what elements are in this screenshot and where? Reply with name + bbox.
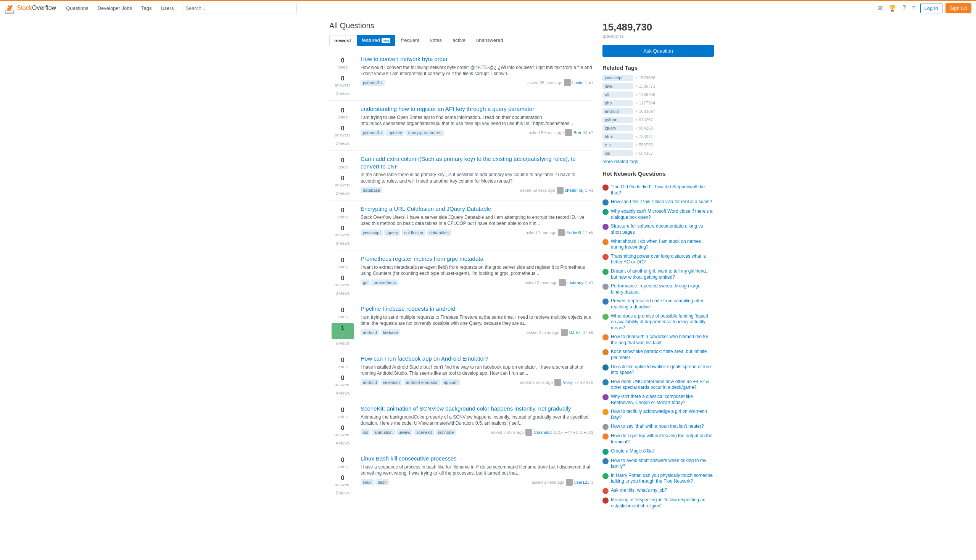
menu-icon[interactable]: ≡ — [910, 3, 917, 13]
nav-users[interactable]: Users — [157, 3, 177, 13]
vote-count: 0 — [338, 307, 348, 314]
hot-question-link[interactable]: Do satellite uplink/downlink signals spr… — [611, 364, 714, 376]
hot-question-link[interactable]: How does UNO determine how often do +4,+… — [611, 379, 714, 391]
user-name[interactable]: Eddie B — [566, 230, 581, 235]
hot-question-link[interactable]: How to say 'that' with a noun that isn't… — [611, 423, 704, 430]
nav-questions[interactable]: Questions — [62, 3, 92, 13]
inbox-icon[interactable]: ✉ — [876, 3, 884, 13]
tab-active[interactable]: active — [448, 35, 470, 46]
tag-android[interactable]: android — [361, 329, 379, 335]
user-name[interactable]: Laske — [572, 80, 583, 85]
nav-jobs[interactable]: Developer Jobs — [94, 3, 136, 13]
tag-scenekit[interactable]: scenekit — [414, 429, 434, 435]
related-tag-javascript[interactable]: javascript — [602, 75, 633, 81]
related-tag-c#[interactable]: c# — [602, 92, 633, 98]
tag-coldfusion[interactable]: coldfusion — [402, 230, 425, 236]
tab-frequent[interactable]: frequent — [396, 35, 424, 46]
hot-question-link[interactable]: Why exactly can't Microsoft Word close i… — [611, 208, 714, 220]
tag-linux[interactable]: linux — [361, 479, 374, 485]
search-input[interactable] — [182, 3, 296, 13]
user-name[interactable]: user123 — [574, 480, 590, 485]
question-title[interactable]: SceneKit: animation of SCNView backgroun… — [361, 405, 593, 412]
user-name[interactable]: Crashabit — [534, 430, 552, 435]
nav-tags[interactable]: Tags — [137, 3, 155, 13]
hot-question-link[interactable]: How to tactfully acknowledge a girl on W… — [611, 409, 714, 420]
hot-question-link[interactable]: How to avoid short answers when talking … — [611, 458, 714, 470]
question-meta: asked 3 mins ago user123 1 — [531, 479, 593, 486]
tag-jquery[interactable]: jquery — [384, 230, 400, 236]
question-title[interactable]: Pipeline Firebase requests in android — [361, 305, 593, 313]
hot-question-link[interactable]: Structure for software documentation: lo… — [611, 223, 714, 235]
question-title[interactable]: Prometheus register metrics from grpc me… — [361, 255, 593, 263]
related-tag-java[interactable]: java — [602, 83, 633, 89]
tag-ios[interactable]: ios — [361, 429, 371, 435]
tag-datatables[interactable]: datatables — [427, 230, 451, 236]
hot-question-link[interactable]: Koch snowflake paradox: finite area, but… — [611, 349, 714, 361]
hot-question-link[interactable]: 'The Old Gods died' - how did Steppenwol… — [611, 184, 714, 196]
user-name[interactable]: DJ-ST — [569, 330, 581, 335]
tab-votes[interactable]: votes — [425, 35, 447, 46]
achievements-icon[interactable]: 🏆 — [887, 3, 898, 13]
tag-uiview[interactable]: uiview — [396, 429, 413, 435]
more-tags-link[interactable]: more related tags — [602, 159, 638, 164]
user-name[interactable]: Bob — [573, 130, 581, 135]
related-tag-html[interactable]: html — [602, 133, 633, 140]
hot-question-link[interactable]: Why isn't there a classical composer lik… — [611, 394, 714, 406]
site-logo[interactable]: StackOverflow — [5, 2, 56, 14]
tab-unanswered[interactable]: unanswered — [471, 35, 508, 46]
tab-featured[interactable]: featured new — [357, 35, 395, 46]
hot-question-link[interactable]: How do I quit top without leaving the ou… — [611, 433, 714, 445]
question-title[interactable]: Can i add extra column(Such as primary k… — [361, 155, 593, 170]
signup-button[interactable]: Sign Up — [946, 3, 971, 13]
tag-animation[interactable]: animation — [372, 429, 395, 435]
related-tag-jquery[interactable]: jquery — [602, 125, 633, 131]
tag-database[interactable]: database — [361, 187, 382, 193]
related-tag-ios[interactable]: ios — [602, 150, 633, 156]
hot-question-item: Do satellite uplink/downlink signals spr… — [602, 364, 714, 376]
question-title[interactable]: Encrypting a URL Coldfusion and JQuery D… — [361, 205, 593, 213]
related-tag-python[interactable]: python — [602, 117, 633, 123]
tag-scnnode[interactable]: scnnode — [436, 429, 456, 435]
hot-question-link[interactable]: What does a promise of possible funding … — [611, 313, 714, 331]
login-button[interactable]: Log In — [920, 3, 943, 13]
ask-question-button[interactable]: Ask Question — [602, 45, 714, 57]
tag-firebase[interactable]: firebase — [381, 329, 400, 335]
tag-python-3.x[interactable]: python-3.x — [361, 130, 384, 136]
question-title[interactable]: understanding how to register an API key… — [361, 105, 593, 113]
tag-go[interactable]: go — [361, 280, 370, 285]
hot-question-link[interactable]: Create a Magic 8 Ball — [611, 448, 655, 454]
tag-appium[interactable]: appium — [441, 379, 460, 385]
tag-query-parameters[interactable]: query-parameters — [406, 130, 444, 136]
tab-newest[interactable]: newest — [329, 35, 356, 46]
user-name[interactable]: mcbrady — [567, 280, 583, 285]
related-tag-android[interactable]: android — [602, 108, 633, 114]
user-name[interactable]: chetan raj — [565, 188, 583, 193]
related-tag-item: html × 733321 — [602, 133, 714, 140]
hot-question-link[interactable]: How can I tell if this Polish villa for … — [611, 199, 712, 205]
tag-api-key[interactable]: api-key — [386, 130, 404, 136]
related-tag-c++[interactable]: c++ — [602, 142, 633, 148]
hot-question-link[interactable]: Meaning of 'respecting' in 'to law respe… — [611, 497, 714, 509]
hot-question-link[interactable]: Prevent deprecated code from compiling a… — [611, 298, 714, 310]
tag-prometheus[interactable]: prometheus — [371, 280, 398, 285]
hot-question-link[interactable]: Dreamt of another girl, want to tell my … — [611, 268, 714, 280]
user-name[interactable]: Vicky — [563, 380, 573, 385]
question-title[interactable]: How can I run facebook app on Android Em… — [361, 355, 593, 363]
hot-question-link[interactable]: Ask me this, what's my job? — [611, 488, 667, 494]
tag-android[interactable]: android — [361, 379, 379, 385]
tag-selenium[interactable]: selenium — [381, 379, 402, 385]
help-icon[interactable]: ? — [901, 3, 907, 13]
tag-javascript[interactable]: javascript — [361, 230, 383, 236]
tag-bash[interactable]: bash — [376, 479, 389, 485]
tag-android-emulator[interactable]: android-emulator — [404, 379, 440, 385]
hot-question-link[interactable]: Performance: repeated sweep through larg… — [611, 283, 714, 295]
tag-python-3.x[interactable]: python-3.x — [361, 80, 384, 86]
question-title[interactable]: How to convert network byte order — [361, 55, 593, 63]
hot-question-link[interactable]: In Harry Potter, can you physically touc… — [611, 473, 714, 485]
hot-site-icon — [602, 409, 608, 415]
question-title[interactable]: Linux Bash kill consecutive processes — [361, 455, 593, 462]
hot-question-link[interactable]: What should I do when I am stuck on name… — [611, 238, 714, 250]
hot-question-link[interactable]: How to deal with a coworker who blamed m… — [611, 334, 714, 346]
related-tag-php[interactable]: php — [602, 100, 633, 106]
hot-question-link[interactable]: Transmitting power over long distances w… — [611, 253, 714, 265]
